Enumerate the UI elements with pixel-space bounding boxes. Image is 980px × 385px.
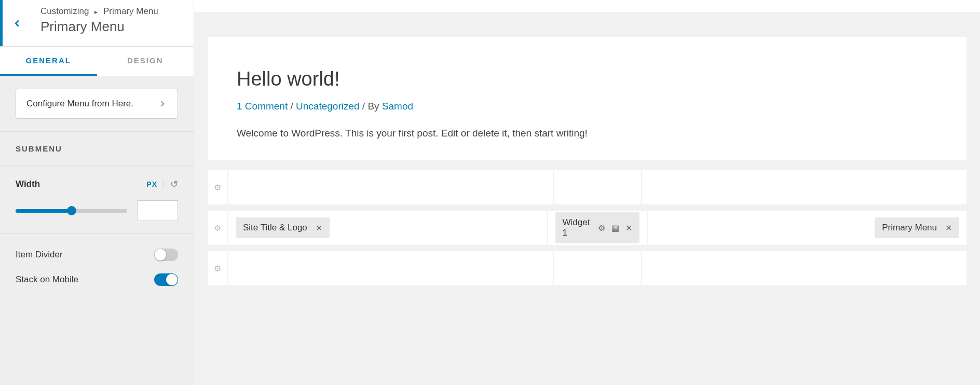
chevron-right-icon: ▸ xyxy=(94,8,98,16)
grid-icon[interactable]: ▦ xyxy=(611,223,619,233)
builder-row-top: ⚙ xyxy=(208,170,967,204)
tab-design[interactable]: DESIGN xyxy=(97,47,194,76)
customizer-sidebar: Customizing ▸ Primary Menu Primary Menu … xyxy=(0,0,194,385)
builder-cell[interactable] xyxy=(554,251,641,285)
panel-title: Primary Menu xyxy=(40,19,158,35)
chip-widget-1[interactable]: Widget 1 ⚙ ▦ ✕ xyxy=(555,212,640,243)
item-divider-label: Item Divider xyxy=(16,250,63,260)
category-link[interactable]: Uncategorized xyxy=(296,101,360,112)
chip-label: Site Title & Logo xyxy=(243,223,307,233)
stack-on-mobile-label: Stack on Mobile xyxy=(16,274,78,285)
post-title-link[interactable]: Hello world! xyxy=(237,68,340,90)
width-slider[interactable] xyxy=(16,209,127,213)
post-meta: 1 Comment / Uncategorized / By Samod xyxy=(237,101,937,112)
stack-on-mobile-toggle[interactable] xyxy=(154,273,178,286)
slider-thumb[interactable] xyxy=(67,206,76,215)
reset-icon[interactable]: ↺ xyxy=(170,178,178,190)
submenu-section: SUBMENU xyxy=(0,132,194,166)
builder-row-middle: ⚙ Site Title & Logo ✕ Widget 1 ⚙ ▦ ✕ xyxy=(208,211,967,245)
chevron-right-icon xyxy=(158,99,167,108)
breadcrumb-root: Customizing xyxy=(40,6,89,16)
builder-cell[interactable]: Widget 1 ⚙ ▦ ✕ xyxy=(548,211,647,245)
meta-sep: / xyxy=(290,101,296,112)
submenu-label: SUBMENU xyxy=(16,144,178,153)
gear-icon[interactable]: ⚙ xyxy=(598,223,605,233)
configure-section: Configure Menu from Here. xyxy=(0,76,194,132)
builder-cell[interactable] xyxy=(228,251,553,285)
toggle-knob xyxy=(166,274,178,285)
close-icon[interactable]: ✕ xyxy=(945,223,952,233)
toggle-knob xyxy=(155,249,166,260)
unit-px-button[interactable]: PX xyxy=(146,180,164,188)
builder-row-bottom: ⚙ xyxy=(208,251,967,285)
comments-link[interactable]: 1 Comment xyxy=(237,101,288,112)
close-icon[interactable]: ✕ xyxy=(625,223,632,233)
configure-label: Configure Menu from Here. xyxy=(26,99,133,109)
post-title: Hello world! xyxy=(237,68,937,90)
gear-icon[interactable]: ⚙ xyxy=(208,211,227,245)
builder-cell[interactable] xyxy=(642,170,967,204)
width-input[interactable] xyxy=(138,200,178,221)
meta-by: / By xyxy=(362,101,382,112)
back-button[interactable] xyxy=(0,0,31,46)
slider-fill xyxy=(16,209,72,213)
tabs: GENERAL DESIGN xyxy=(0,47,194,76)
width-label: Width xyxy=(16,179,40,189)
header-builder: ⚙ ⚙ Site Title & Logo ✕ Widget 1 ⚙ ▦ xyxy=(208,170,967,292)
builder-cell[interactable]: Site Title & Logo ✕ xyxy=(228,211,547,245)
width-section: Width PX ↺ xyxy=(0,166,194,234)
chip-label: Widget 1 xyxy=(563,217,590,238)
gear-icon[interactable]: ⚙ xyxy=(208,251,227,285)
sidebar-header: Customizing ▸ Primary Menu Primary Menu xyxy=(0,0,194,47)
author-link[interactable]: Samod xyxy=(382,101,413,112)
builder-cell[interactable] xyxy=(554,170,641,204)
item-divider-toggle[interactable] xyxy=(154,249,178,261)
site-header: 01nethosting.com xyxy=(194,0,980,12)
preview-pane: 01nethosting.com Hello world! 1 Comment … xyxy=(194,0,980,385)
builder-cell[interactable] xyxy=(642,251,967,285)
post-body: Welcome to WordPress. This is your first… xyxy=(237,128,937,139)
breadcrumb-section: Primary Menu xyxy=(103,6,158,16)
tab-general[interactable]: GENERAL xyxy=(0,47,97,76)
gear-icon[interactable]: ⚙ xyxy=(208,170,227,204)
builder-cell[interactable]: Primary Menu ✕ xyxy=(648,211,967,245)
close-icon[interactable]: ✕ xyxy=(316,223,322,233)
breadcrumb: Customizing ▸ Primary Menu Primary Menu xyxy=(31,0,158,46)
chevron-left-icon xyxy=(11,18,23,29)
chip-primary-menu[interactable]: Primary Menu ✕ xyxy=(875,217,959,238)
builder-cell[interactable] xyxy=(228,170,553,204)
configure-menu-button[interactable]: Configure Menu from Here. xyxy=(16,89,178,119)
toggles-section: Item Divider Stack on Mobile xyxy=(0,234,194,292)
post-card: Hello world! 1 Comment / Uncategorized /… xyxy=(208,37,967,160)
chip-site-title-logo[interactable]: Site Title & Logo ✕ xyxy=(236,217,330,238)
chip-label: Primary Menu xyxy=(882,223,937,233)
